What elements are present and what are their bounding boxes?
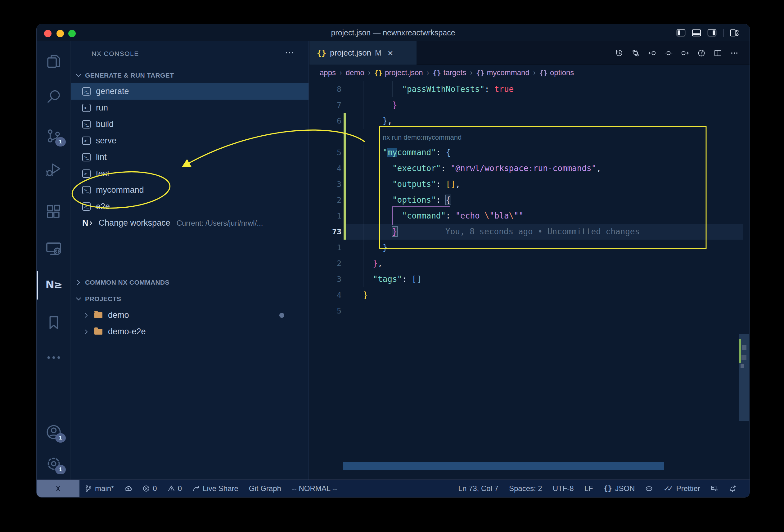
folder-icon [94,329,103,335]
token-pl [363,84,402,94]
codelens-row[interactable]: nx run demo:mycommand [309,129,747,145]
status-git-branch[interactable]: main* [80,480,119,497]
code-line[interactable]: 4} [309,287,747,303]
activity-more-views-icon[interactable] [37,343,71,372]
status-copilot[interactable] [640,480,658,497]
code-line[interactable]: 2 "options": { [309,192,747,208]
change-workspace-item[interactable]: NChange workspaceCurrent: /Users/juri/nr… [71,215,309,231]
target-item-build[interactable]: >_build [71,116,309,133]
token-sel: my [387,148,397,157]
breadcrumb-item-targets[interactable]: {}targets [433,68,466,77]
activity-remote-explorer-icon[interactable] [37,233,71,263]
code-line[interactable]: 73 }You, 8 seconds ago • Uncommitted cha… [309,224,747,240]
status-label: Ln 73, Col 7 [458,484,499,493]
code-line[interactable]: 1 } [309,240,747,255]
status-indentation[interactable]: Spaces: 2 [504,480,548,497]
section-common-nx-commands[interactable]: COMMON NX COMMANDS [71,276,309,289]
folder-icon [94,312,103,318]
status-remote-indicator[interactable] [37,480,80,497]
status-publish[interactable] [119,480,137,497]
target-item-test[interactable]: >_test [71,165,309,182]
breadcrumb-item-mycommand[interactable]: {}mycommand [476,68,530,77]
status-vim-mode[interactable]: -- NORMAL -- [286,480,343,497]
tab-close-icon[interactable]: × [388,48,393,58]
status-formatter-prettier[interactable]: ✓✓Prettier [658,480,705,497]
code-area[interactable]: 8 "passWithNoTests": true7 }6 },nx run d… [309,81,750,480]
status-errors[interactable]: 0 [137,480,162,497]
target-label: run [96,103,108,113]
activity-accounts-icon[interactable]: 1 [37,417,71,447]
sidebar-more-actions-icon[interactable]: ⋯ [285,47,295,58]
project-item-demo[interactable]: demo [71,307,309,324]
status-live-share[interactable]: Live Share [187,480,244,497]
vertical-scrollbar[interactable] [739,334,749,421]
target-item-lint[interactable]: >_lint [71,149,309,165]
layout-panel-icon[interactable] [692,28,701,37]
code-line[interactable]: 2 }, [309,255,747,271]
layout-sidebar-right-icon[interactable] [707,28,717,37]
code-line[interactable]: 3 "tags": [] [309,271,747,287]
code-line[interactable]: 5 [309,303,747,319]
activity-explorer-icon[interactable] [37,47,71,76]
activity-run-debug-icon[interactable] [37,155,71,185]
code-line[interactable]: 1 "command": "echo \"bla\"" [309,208,747,224]
status-eol[interactable]: LF [579,480,598,497]
activity-nx-console-icon[interactable]: N≥ [37,270,71,300]
target-item-serve[interactable]: >_serve [71,133,309,149]
section-projects[interactable]: PROJECTS [71,292,309,306]
chevron-right-icon[interactable] [83,329,89,335]
cloud-icon [124,485,132,492]
layout-sidebar-left-icon[interactable] [676,28,685,37]
code-line[interactable]: 6 }, [309,113,747,129]
previous-change-icon[interactable] [648,49,656,57]
split-editor-icon[interactable] [714,49,722,57]
target-item-run[interactable]: >_run [71,100,309,116]
status-git-graph[interactable]: Git Graph [244,480,286,497]
more-actions-icon[interactable] [730,49,738,57]
code-line[interactable]: 8 "passWithNoTests": true [309,81,747,97]
status-encoding[interactable]: UTF-8 [548,480,579,497]
section-generate-run-target[interactable]: GENERATE & RUN TARGET [71,68,309,82]
tab-project-json[interactable]: {} project.json M × [309,41,417,64]
code-line[interactable]: 5 "mycommand": { [309,145,747,161]
open-changes-icon[interactable] [697,49,705,57]
status-warnings[interactable]: 0 [162,480,187,497]
breadcrumb-item-apps[interactable]: apps [320,68,336,77]
json-file-icon: {} [317,49,326,57]
status-feedback[interactable] [705,480,724,497]
history-icon[interactable] [615,49,623,57]
activity-extensions-icon[interactable] [37,197,71,227]
activity-search-icon[interactable] [37,82,71,111]
breadcrumb-item-demo[interactable]: demo [346,68,364,77]
next-change-icon[interactable] [681,49,689,57]
compare-changes-icon[interactable] [632,49,640,57]
overview-mark [740,364,744,368]
customize-layout-icon[interactable] [730,28,739,37]
activity-bookmarks-icon[interactable] [37,308,71,338]
status-notifications[interactable] [724,480,741,497]
target-item-e2e[interactable]: >_e2e [71,198,309,215]
code-text: "executor": "@nrwl/workspace:run-command… [363,161,601,176]
target-item-generate[interactable]: >_generate [71,83,309,100]
code-line[interactable]: 7 } [309,97,747,113]
breadcrumb-item-project-json[interactable]: {}project.json [374,68,423,77]
activity-source-control-icon[interactable]: 1 [37,121,71,151]
status-cursor-position[interactable]: Ln 73, Col 7 [453,480,504,497]
code-text: }, [363,255,383,271]
current-change-icon[interactable] [665,49,673,57]
status-language-mode[interactable]: {}JSON [598,480,640,497]
copilot-icon [645,485,653,492]
activity-settings-icon[interactable]: 1 [37,449,71,479]
sidebar-nx-console: NX CONSOLE ⋯ GENERATE & RUN TARGET>_gene… [71,41,309,480]
nx-n-icon: N [82,218,93,228]
target-item-mycommand[interactable]: >_mycommand [71,182,309,198]
token-pl [363,274,373,284]
project-item-demo-e2e[interactable]: demo-e2e [71,324,309,340]
code-line[interactable]: 4 "executor": "@nrwl/workspace:run-comma… [309,161,747,176]
breadcrumb-item-options[interactable]: {}options [539,68,574,77]
chevron-right-icon[interactable] [83,312,89,318]
codelens-run-command[interactable]: nx run demo:mycommand [383,129,461,145]
horizontal-scrollbar[interactable] [343,462,664,470]
terminal-icon: >_ [82,153,91,161]
code-line[interactable]: 3 "outputs": [], [309,176,747,192]
